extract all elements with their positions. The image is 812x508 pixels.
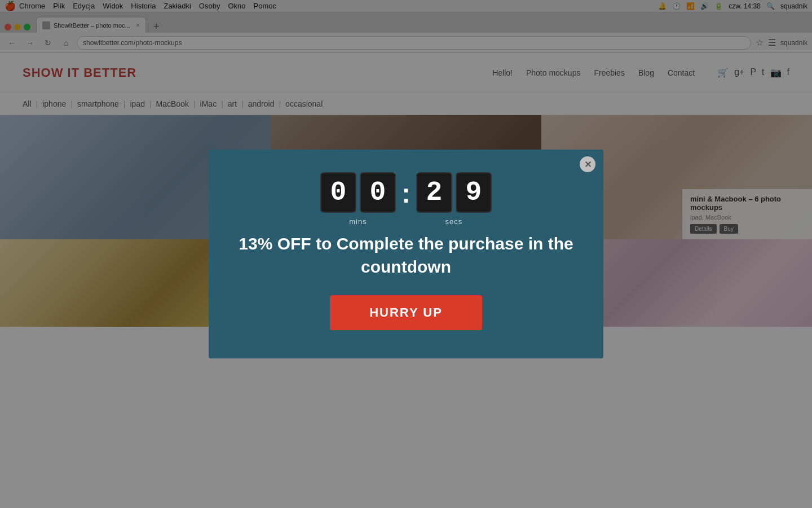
seconds-label: secs <box>445 217 463 226</box>
hurry-up-button[interactable]: HURRY UP <box>330 295 482 330</box>
modal-close-button[interactable]: ✕ <box>580 156 595 172</box>
countdown-display: 0 0 mins : 2 9 secs <box>237 172 575 226</box>
countdown-seconds-group: 2 9 secs <box>416 172 492 226</box>
minutes-label: mins <box>349 217 367 226</box>
promo-text: 13% OFF to Complete the purchase in the … <box>237 233 575 278</box>
seconds-digit-1: 2 <box>416 172 452 213</box>
countdown-separator: : <box>401 173 411 214</box>
minutes-digit-1: 0 <box>320 172 356 213</box>
countdown-minutes-digits: 0 0 <box>320 172 396 213</box>
promo-modal: ✕ 0 0 mins : 2 9 secs 13% OFF to Complet… <box>209 150 603 358</box>
countdown-seconds-digits: 2 9 <box>416 172 492 213</box>
minutes-digit-2: 0 <box>360 172 396 213</box>
countdown-minutes-group: 0 0 mins <box>320 172 396 226</box>
seconds-digit-2: 9 <box>456 172 492 213</box>
